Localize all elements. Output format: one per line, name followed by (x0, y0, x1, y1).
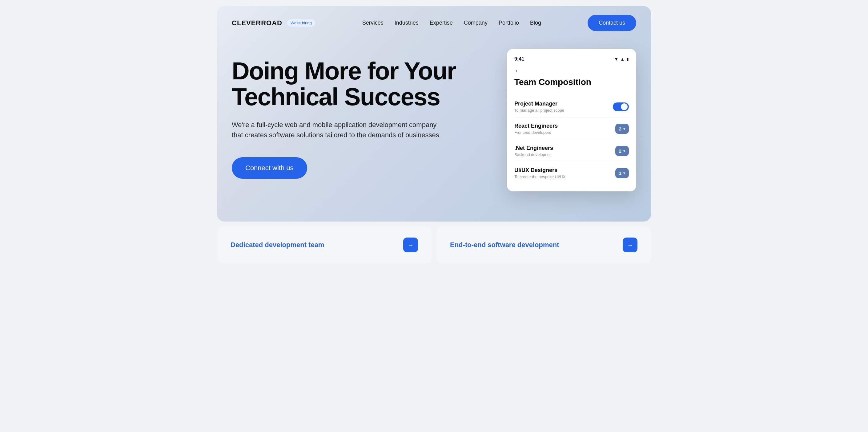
nav-item-services[interactable]: Services (362, 20, 383, 26)
net-engineers-count: 2 (619, 148, 621, 154)
signal-icon: ▲ (620, 57, 624, 62)
nav-link-blog[interactable]: Blog (530, 20, 541, 26)
wifi-icon: ▼ (614, 57, 618, 62)
project-manager-toggle[interactable] (613, 102, 629, 111)
ux-designers-count: 1 (619, 170, 621, 176)
chevron-down-icon: ▾ (623, 171, 625, 175)
net-engineers-counter[interactable]: 2 ▾ (615, 146, 629, 156)
hero-subtitle: We're a full-cycle web and mobile applic… (232, 120, 441, 140)
phone-mockup: 9:41 ▼ ▲ ▮ ← Team Composition Project Ma… (507, 49, 636, 191)
hero-content: Doing More for Your Technical Success We… (217, 40, 651, 210)
bottom-card-end-to-end[interactable]: End-to-end software development → (436, 227, 651, 263)
nav-item-industries[interactable]: Industries (395, 20, 418, 26)
nav-link-services[interactable]: Services (362, 20, 383, 26)
team-item-net-engineers-desc: Backend developers (514, 152, 615, 157)
bottom-cards: Dedicated development team → End-to-end … (217, 227, 651, 263)
connect-with-us-button[interactable]: Connect with us (232, 157, 307, 179)
navbar: CLEVERROAD We're hiring Services Industr… (217, 6, 651, 40)
toggle-thumb (621, 103, 628, 110)
team-item-project-manager-desc: To manage all project scope (514, 108, 613, 112)
hero-card: CLEVERROAD We're hiring Services Industr… (217, 6, 651, 222)
team-item-ux-designers-desc: To create the bespoke UI/UX (514, 174, 615, 179)
nav-item-expertise[interactable]: Expertise (430, 20, 453, 26)
logo: CLEVERROAD (232, 19, 282, 27)
phone-back-button[interactable]: ← (514, 67, 629, 75)
team-item-react-engineers-info: React Engineers Frontend developers (514, 123, 615, 135)
page-wrapper: CLEVERROAD We're hiring Services Industr… (217, 6, 651, 263)
team-item-ux-designers: UI/UX Designers To create the bespoke UI… (514, 162, 629, 184)
dedicated-team-label: Dedicated development team (230, 241, 324, 249)
phone-team-composition-heading: Team Composition (514, 77, 629, 87)
phone-icons: ▼ ▲ ▮ (614, 57, 629, 62)
phone-time: 9:41 (514, 56, 524, 62)
battery-icon: ▮ (626, 57, 629, 62)
hiring-badge: We're hiring (286, 19, 316, 27)
nav-item-portfolio[interactable]: Portfolio (499, 20, 519, 26)
react-engineers-counter[interactable]: 2 ▾ (615, 124, 629, 134)
phone-status-bar: 9:41 ▼ ▲ ▮ (514, 56, 629, 62)
chevron-down-icon: ▾ (623, 127, 625, 131)
team-item-project-manager-info: Project Manager To manage all project sc… (514, 101, 613, 112)
team-item-react-engineers-desc: Frontend developers (514, 130, 615, 135)
hero-title: Doing More for Your Technical Success (232, 58, 472, 110)
nav-link-company[interactable]: Company (464, 20, 488, 26)
contact-us-button[interactable]: Contact us (588, 15, 636, 31)
team-item-ux-designers-name: UI/UX Designers (514, 167, 615, 173)
team-item-react-engineers-name: React Engineers (514, 123, 615, 129)
team-item-ux-designers-info: UI/UX Designers To create the bespoke UI… (514, 167, 615, 179)
hero-text: Doing More for Your Technical Success We… (232, 52, 472, 179)
chevron-down-icon: ▾ (623, 149, 625, 153)
nav-item-blog[interactable]: Blog (530, 20, 541, 26)
react-engineers-count: 2 (619, 126, 621, 131)
dedicated-team-arrow-icon: → (403, 237, 418, 252)
arrow-right-icon: → (407, 241, 414, 248)
team-item-net-engineers-name: .Net Engineers (514, 145, 615, 152)
nav-link-industries[interactable]: Industries (395, 20, 418, 26)
team-item-react-engineers: React Engineers Frontend developers 2 ▾ (514, 118, 629, 140)
bottom-card-dedicated-team[interactable]: Dedicated development team → (217, 227, 432, 263)
nav-links: Services Industries Expertise Company Po… (362, 20, 541, 26)
nav-left: CLEVERROAD We're hiring (232, 19, 316, 27)
team-item-project-manager: Project Manager To manage all project sc… (514, 96, 629, 118)
team-item-project-manager-name: Project Manager (514, 101, 613, 107)
arrow-right-icon: → (627, 241, 633, 248)
end-to-end-label: End-to-end software development (450, 241, 559, 249)
nav-item-company[interactable]: Company (464, 20, 488, 26)
team-item-net-engineers-info: .Net Engineers Backend developers (514, 145, 615, 157)
team-item-net-engineers: .Net Engineers Backend developers 2 ▾ (514, 140, 629, 162)
end-to-end-arrow-icon: → (623, 237, 638, 252)
nav-link-expertise[interactable]: Expertise (430, 20, 453, 26)
ux-designers-counter[interactable]: 1 ▾ (615, 168, 629, 178)
nav-link-portfolio[interactable]: Portfolio (499, 20, 519, 26)
